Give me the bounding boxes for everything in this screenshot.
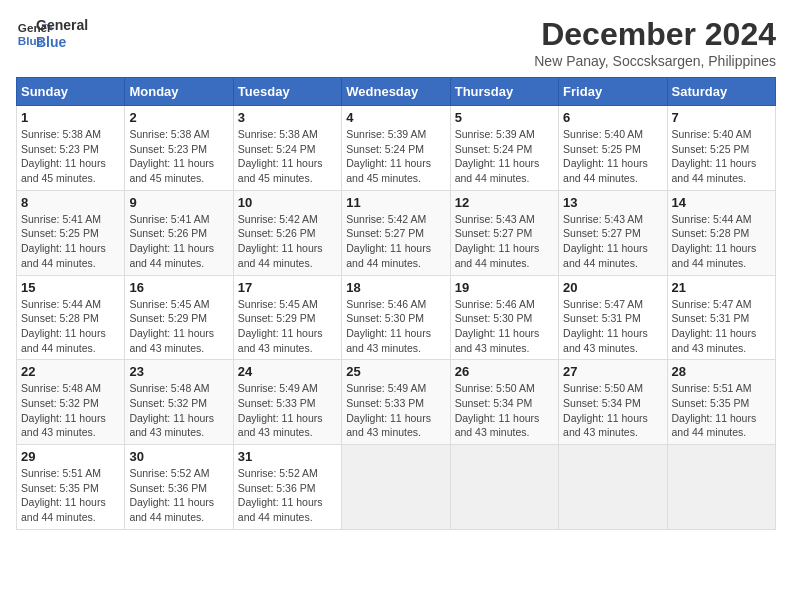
header: General Blue General Blue December 2024 …: [16, 16, 776, 69]
calendar-cell: 1Sunrise: 5:38 AM Sunset: 5:23 PM Daylig…: [17, 106, 125, 191]
day-number: 17: [238, 280, 337, 295]
calendar-cell: 29Sunrise: 5:51 AM Sunset: 5:35 PM Dayli…: [17, 445, 125, 530]
calendar-cell: 8Sunrise: 5:41 AM Sunset: 5:25 PM Daylig…: [17, 190, 125, 275]
calendar-cell: [667, 445, 775, 530]
calendar-week-1: 1Sunrise: 5:38 AM Sunset: 5:23 PM Daylig…: [17, 106, 776, 191]
calendar-cell: 15Sunrise: 5:44 AM Sunset: 5:28 PM Dayli…: [17, 275, 125, 360]
calendar-cell: 17Sunrise: 5:45 AM Sunset: 5:29 PM Dayli…: [233, 275, 341, 360]
day-number: 3: [238, 110, 337, 125]
calendar-week-5: 29Sunrise: 5:51 AM Sunset: 5:35 PM Dayli…: [17, 445, 776, 530]
day-number: 20: [563, 280, 662, 295]
day-number: 24: [238, 364, 337, 379]
calendar-cell: 6Sunrise: 5:40 AM Sunset: 5:25 PM Daylig…: [559, 106, 667, 191]
calendar-cell: [342, 445, 450, 530]
day-number: 1: [21, 110, 120, 125]
day-info: Sunrise: 5:48 AM Sunset: 5:32 PM Dayligh…: [21, 381, 120, 440]
day-number: 14: [672, 195, 771, 210]
day-info: Sunrise: 5:42 AM Sunset: 5:26 PM Dayligh…: [238, 212, 337, 271]
day-info: Sunrise: 5:40 AM Sunset: 5:25 PM Dayligh…: [672, 127, 771, 186]
calendar-cell: 10Sunrise: 5:42 AM Sunset: 5:26 PM Dayli…: [233, 190, 341, 275]
day-number: 21: [672, 280, 771, 295]
calendar-cell: 24Sunrise: 5:49 AM Sunset: 5:33 PM Dayli…: [233, 360, 341, 445]
calendar-cell: 4Sunrise: 5:39 AM Sunset: 5:24 PM Daylig…: [342, 106, 450, 191]
calendar-cell: 28Sunrise: 5:51 AM Sunset: 5:35 PM Dayli…: [667, 360, 775, 445]
weekday-header-monday: Monday: [125, 78, 233, 106]
subtitle: New Panay, Soccsksargen, Philippines: [534, 53, 776, 69]
day-number: 16: [129, 280, 228, 295]
day-info: Sunrise: 5:38 AM Sunset: 5:23 PM Dayligh…: [21, 127, 120, 186]
day-info: Sunrise: 5:41 AM Sunset: 5:26 PM Dayligh…: [129, 212, 228, 271]
day-info: Sunrise: 5:52 AM Sunset: 5:36 PM Dayligh…: [129, 466, 228, 525]
day-number: 9: [129, 195, 228, 210]
calendar: SundayMondayTuesdayWednesdayThursdayFrid…: [16, 77, 776, 530]
calendar-cell: 25Sunrise: 5:49 AM Sunset: 5:33 PM Dayli…: [342, 360, 450, 445]
calendar-cell: 16Sunrise: 5:45 AM Sunset: 5:29 PM Dayli…: [125, 275, 233, 360]
calendar-cell: 23Sunrise: 5:48 AM Sunset: 5:32 PM Dayli…: [125, 360, 233, 445]
calendar-week-3: 15Sunrise: 5:44 AM Sunset: 5:28 PM Dayli…: [17, 275, 776, 360]
calendar-cell: 20Sunrise: 5:47 AM Sunset: 5:31 PM Dayli…: [559, 275, 667, 360]
day-number: 2: [129, 110, 228, 125]
calendar-cell: 31Sunrise: 5:52 AM Sunset: 5:36 PM Dayli…: [233, 445, 341, 530]
day-info: Sunrise: 5:50 AM Sunset: 5:34 PM Dayligh…: [563, 381, 662, 440]
weekday-header-wednesday: Wednesday: [342, 78, 450, 106]
day-info: Sunrise: 5:43 AM Sunset: 5:27 PM Dayligh…: [455, 212, 554, 271]
day-number: 19: [455, 280, 554, 295]
calendar-cell: 22Sunrise: 5:48 AM Sunset: 5:32 PM Dayli…: [17, 360, 125, 445]
calendar-cell: 13Sunrise: 5:43 AM Sunset: 5:27 PM Dayli…: [559, 190, 667, 275]
day-info: Sunrise: 5:45 AM Sunset: 5:29 PM Dayligh…: [129, 297, 228, 356]
calendar-week-2: 8Sunrise: 5:41 AM Sunset: 5:25 PM Daylig…: [17, 190, 776, 275]
weekday-header-thursday: Thursday: [450, 78, 558, 106]
calendar-cell: 2Sunrise: 5:38 AM Sunset: 5:23 PM Daylig…: [125, 106, 233, 191]
day-info: Sunrise: 5:42 AM Sunset: 5:27 PM Dayligh…: [346, 212, 445, 271]
day-number: 29: [21, 449, 120, 464]
day-info: Sunrise: 5:38 AM Sunset: 5:24 PM Dayligh…: [238, 127, 337, 186]
day-info: Sunrise: 5:46 AM Sunset: 5:30 PM Dayligh…: [346, 297, 445, 356]
day-info: Sunrise: 5:51 AM Sunset: 5:35 PM Dayligh…: [672, 381, 771, 440]
calendar-cell: 27Sunrise: 5:50 AM Sunset: 5:34 PM Dayli…: [559, 360, 667, 445]
day-number: 15: [21, 280, 120, 295]
logo-line1: General: [36, 17, 88, 34]
calendar-cell: 12Sunrise: 5:43 AM Sunset: 5:27 PM Dayli…: [450, 190, 558, 275]
calendar-cell: 26Sunrise: 5:50 AM Sunset: 5:34 PM Dayli…: [450, 360, 558, 445]
calendar-cell: 11Sunrise: 5:42 AM Sunset: 5:27 PM Dayli…: [342, 190, 450, 275]
calendar-cell: [559, 445, 667, 530]
weekday-header-tuesday: Tuesday: [233, 78, 341, 106]
day-info: Sunrise: 5:49 AM Sunset: 5:33 PM Dayligh…: [346, 381, 445, 440]
day-number: 30: [129, 449, 228, 464]
day-info: Sunrise: 5:39 AM Sunset: 5:24 PM Dayligh…: [346, 127, 445, 186]
day-info: Sunrise: 5:44 AM Sunset: 5:28 PM Dayligh…: [21, 297, 120, 356]
day-number: 10: [238, 195, 337, 210]
calendar-cell: 19Sunrise: 5:46 AM Sunset: 5:30 PM Dayli…: [450, 275, 558, 360]
day-info: Sunrise: 5:49 AM Sunset: 5:33 PM Dayligh…: [238, 381, 337, 440]
calendar-cell: 3Sunrise: 5:38 AM Sunset: 5:24 PM Daylig…: [233, 106, 341, 191]
day-number: 27: [563, 364, 662, 379]
weekday-header-sunday: Sunday: [17, 78, 125, 106]
day-number: 26: [455, 364, 554, 379]
day-number: 23: [129, 364, 228, 379]
day-number: 8: [21, 195, 120, 210]
title-section: December 2024 New Panay, Soccsksargen, P…: [534, 16, 776, 69]
day-info: Sunrise: 5:41 AM Sunset: 5:25 PM Dayligh…: [21, 212, 120, 271]
day-info: Sunrise: 5:46 AM Sunset: 5:30 PM Dayligh…: [455, 297, 554, 356]
calendar-cell: 14Sunrise: 5:44 AM Sunset: 5:28 PM Dayli…: [667, 190, 775, 275]
weekday-header-friday: Friday: [559, 78, 667, 106]
day-number: 18: [346, 280, 445, 295]
day-info: Sunrise: 5:45 AM Sunset: 5:29 PM Dayligh…: [238, 297, 337, 356]
day-info: Sunrise: 5:48 AM Sunset: 5:32 PM Dayligh…: [129, 381, 228, 440]
day-number: 13: [563, 195, 662, 210]
day-info: Sunrise: 5:51 AM Sunset: 5:35 PM Dayligh…: [21, 466, 120, 525]
calendar-cell: 7Sunrise: 5:40 AM Sunset: 5:25 PM Daylig…: [667, 106, 775, 191]
day-info: Sunrise: 5:43 AM Sunset: 5:27 PM Dayligh…: [563, 212, 662, 271]
calendar-cell: 30Sunrise: 5:52 AM Sunset: 5:36 PM Dayli…: [125, 445, 233, 530]
day-number: 22: [21, 364, 120, 379]
calendar-cell: 21Sunrise: 5:47 AM Sunset: 5:31 PM Dayli…: [667, 275, 775, 360]
day-info: Sunrise: 5:47 AM Sunset: 5:31 PM Dayligh…: [672, 297, 771, 356]
day-number: 7: [672, 110, 771, 125]
calendar-cell: 18Sunrise: 5:46 AM Sunset: 5:30 PM Dayli…: [342, 275, 450, 360]
main-title: December 2024: [534, 16, 776, 53]
calendar-week-4: 22Sunrise: 5:48 AM Sunset: 5:32 PM Dayli…: [17, 360, 776, 445]
calendar-cell: 5Sunrise: 5:39 AM Sunset: 5:24 PM Daylig…: [450, 106, 558, 191]
calendar-cell: [450, 445, 558, 530]
day-number: 6: [563, 110, 662, 125]
day-number: 31: [238, 449, 337, 464]
